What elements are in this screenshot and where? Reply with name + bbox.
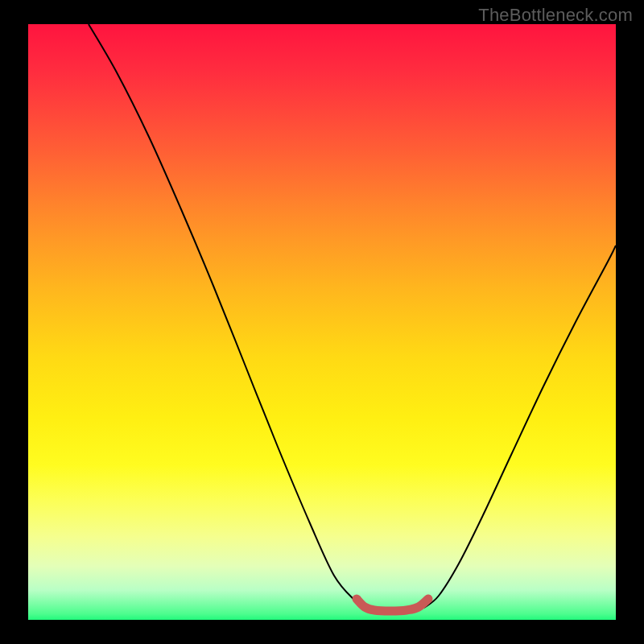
bottom-span-marker — [357, 599, 428, 611]
line-series-left — [89, 24, 366, 608]
chart-plot-area — [28, 24, 616, 620]
watermark-text: TheBottleneck.com — [478, 5, 633, 26]
line-series-right — [424, 246, 616, 608]
chart-svg — [28, 24, 616, 620]
